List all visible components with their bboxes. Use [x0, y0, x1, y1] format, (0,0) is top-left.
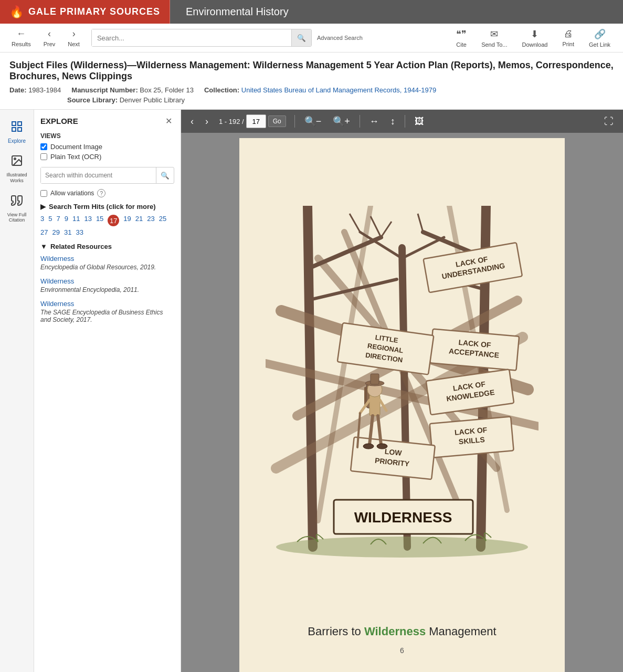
hits-grid: 3579111315171921232527293133	[40, 215, 174, 236]
document-metadata: Date: 1983-1984 Manuscript Number: Box 2…	[9, 86, 614, 104]
hit-link[interactable]: 17	[108, 215, 119, 226]
views-section: VIEWS Document Image Plain Text (OCR)	[40, 132, 174, 161]
results-icon: ←	[16, 28, 26, 39]
document-caption: Barriers to Wilderness Management	[308, 625, 496, 638]
svg-line-22	[402, 237, 444, 258]
fit-width-button[interactable]: ↔	[365, 114, 383, 129]
hit-link[interactable]: 23	[147, 215, 154, 226]
hit-link[interactable]: 7	[56, 215, 60, 226]
fit-height-button[interactable]: ↕	[386, 114, 399, 129]
cite-button[interactable]: ❝❞ Cite	[449, 26, 474, 50]
prev-button[interactable]: ‹ Prev	[37, 26, 62, 50]
collection-title: Environmental History	[170, 0, 623, 24]
main-toolbar: ← Results ‹ Prev › Next 🔍 Advanced Searc…	[0, 24, 623, 52]
search-term-hits-toggle[interactable]: ▶ Search Term Hits (click for more)	[40, 203, 156, 211]
svg-rect-49	[364, 387, 366, 405]
print-button[interactable]: 🖨 Print	[555, 26, 582, 50]
hit-link[interactable]: 11	[72, 215, 80, 226]
hit-link[interactable]: 21	[135, 215, 143, 226]
get-link-button[interactable]: 🔗 Get Link	[582, 26, 618, 50]
send-to-button[interactable]: ✉ Send To...	[474, 26, 514, 50]
separator-3	[405, 115, 405, 128]
svg-rect-53	[371, 374, 379, 384]
hit-link[interactable]: 5	[48, 215, 52, 226]
allow-variations-checkbox[interactable]: Allow variations ?	[40, 189, 174, 197]
hit-link[interactable]: 27	[40, 228, 48, 236]
page-indicator: 1 - 192 / Go	[219, 114, 286, 128]
document-viewer: ‹ › 1 - 192 / Go 🔍− 🔍+ ↔ ↕	[181, 110, 623, 672]
related-item-link[interactable]: Wilderness	[40, 255, 174, 262]
hit-link[interactable]: 15	[96, 215, 103, 226]
advanced-search-link[interactable]: Advanced Search	[317, 34, 363, 41]
toolbar-right: ❝❞ Cite ✉ Send To... ⬇ Download 🖨 Print …	[449, 26, 618, 50]
related-item-link[interactable]: Wilderness	[40, 277, 174, 285]
zoom-in-button[interactable]: 🔍+	[329, 113, 354, 129]
page-number-input[interactable]	[246, 114, 266, 128]
search-within-input[interactable]	[41, 167, 156, 183]
svg-line-24	[381, 222, 392, 237]
collection-link[interactable]: United States Bureau of Land Management …	[241, 86, 436, 94]
hit-link[interactable]: 29	[52, 228, 59, 236]
thumbnail-view-button[interactable]: 🖼	[410, 114, 428, 129]
hit-link[interactable]: 33	[76, 228, 83, 236]
hit-link[interactable]: 19	[123, 215, 131, 226]
viewer-prev-button[interactable]: ‹	[186, 114, 198, 129]
sidebar-citation-button[interactable]: View FullCitation	[0, 189, 34, 229]
next-button[interactable]: › Next	[61, 26, 86, 50]
print-icon: 🖨	[564, 28, 573, 39]
svg-line-26	[350, 214, 360, 232]
document-page-container[interactable]: LACK OF UNDERSTANDING LACK OF ACCEPTANCE	[181, 133, 623, 672]
plain-text-input[interactable]	[40, 153, 47, 160]
related-item-ref: Environmental Encyclopedia, 2011.	[40, 286, 174, 293]
thumbnail-icon: 🖼	[415, 116, 424, 127]
cite-icon: ❝❞	[456, 28, 467, 40]
svg-line-17	[308, 237, 381, 269]
collection-meta: Collection: United States Bureau of Land…	[204, 86, 436, 94]
fullscreen-icon: ⛶	[604, 116, 614, 127]
views-label: VIEWS	[40, 132, 174, 140]
results-button[interactable]: ← Results	[5, 26, 37, 50]
search-within-button[interactable]: 🔍	[156, 167, 174, 183]
viewer-next-button[interactable]: ›	[201, 114, 213, 129]
prev-icon: ‹	[48, 28, 51, 39]
hit-link[interactable]: 3	[40, 215, 44, 226]
help-icon[interactable]: ?	[97, 189, 105, 197]
hit-link[interactable]: 9	[65, 215, 68, 226]
separator-2	[360, 115, 360, 128]
related-resources-toggle[interactable]: ▼ Related Resources	[40, 243, 112, 250]
explore-close-button[interactable]: ✕	[163, 116, 174, 126]
gale-logo-text: GALE PRIMARY SOURCES	[28, 6, 160, 17]
chevron-down-icon: ▼	[40, 243, 47, 250]
zoom-out-icon: 🔍−	[304, 116, 322, 127]
go-button[interactable]: Go	[268, 116, 286, 127]
search-within-bar: 🔍	[40, 167, 174, 184]
zoom-out-button[interactable]: 🔍−	[300, 113, 326, 129]
svg-point-60	[377, 444, 387, 449]
manuscript-meta: Manuscript Number: Box 25, Folder 13	[71, 86, 194, 94]
svg-point-5	[14, 158, 16, 160]
svg-text:WILDERNESS: WILDERNESS	[354, 509, 452, 526]
date-meta: Date: 1983-1984	[9, 86, 61, 94]
gale-logo: 🔥 GALE PRIMARY SOURCES	[0, 0, 170, 24]
fullscreen-button[interactable]: ⛶	[600, 114, 618, 129]
explore-header: EXPLORE ✕	[40, 116, 174, 126]
hit-link[interactable]: 25	[159, 215, 166, 226]
viewer-prev-icon: ‹	[191, 116, 194, 127]
hit-link[interactable]: 13	[84, 215, 91, 226]
sidebar-illustrated-button[interactable]: IllustratedWorks	[0, 149, 34, 189]
download-icon: ⬇	[531, 28, 538, 40]
hit-link[interactable]: 31	[64, 228, 71, 236]
search-button[interactable]: 🔍	[291, 29, 311, 46]
sidebar-explore-button[interactable]: Explore	[0, 115, 34, 149]
document-image-input[interactable]	[40, 143, 47, 150]
svg-rect-2	[12, 128, 16, 131]
svg-rect-0	[12, 122, 16, 125]
document-image-checkbox[interactable]: Document Image	[40, 143, 174, 151]
plain-text-checkbox[interactable]: Plain Text (OCR)	[40, 153, 174, 161]
top-header: 🔥 GALE PRIMARY SOURCES Environmental His…	[0, 0, 623, 24]
download-button[interactable]: ⬇ Download	[514, 26, 555, 50]
search-input[interactable]	[92, 29, 291, 46]
sidebar-icons: Explore IllustratedWorks View FullCitati…	[0, 110, 34, 672]
allow-variations-input[interactable]	[40, 190, 47, 197]
related-item-link[interactable]: Wilderness	[40, 300, 174, 308]
